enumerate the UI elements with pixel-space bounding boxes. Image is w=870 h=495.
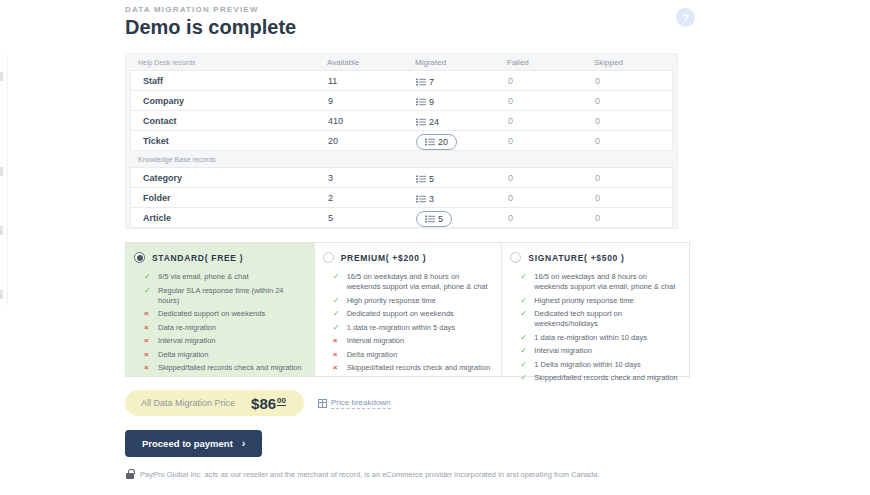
migrated-list-icon xyxy=(416,98,426,106)
plan-feature: ✓ 1 data re-migration within 5 days xyxy=(333,323,494,333)
check-icon: ✓ xyxy=(520,309,529,329)
available-count: 2 xyxy=(328,193,416,203)
migrated-count: 24 xyxy=(429,117,439,127)
feature-text: Highest priority response time xyxy=(534,296,633,306)
chevron-right-icon: › xyxy=(242,438,246,449)
data-migration-preview-page: DATA MIGRATION PREVIEW Demo is complete … xyxy=(0,0,870,495)
feature-text: Interval migration xyxy=(534,346,592,356)
section-label: Help Desk records xyxy=(138,59,327,66)
record-type-label: Contact xyxy=(143,116,328,126)
plan-features: ✓ 16/5 on weekdays and 8 hours on weeken… xyxy=(323,272,494,373)
check-icon: ✓ xyxy=(144,272,153,282)
migrated-records-link[interactable]: 5 xyxy=(416,174,434,184)
help-button[interactable]: ? xyxy=(676,8,695,27)
plan-header[interactable]: SIGNATURE( +$500 ) xyxy=(510,252,681,263)
skipped-count: 0 xyxy=(595,213,672,223)
migrated-records-link[interactable]: 9 xyxy=(416,97,434,107)
migrated-cell: 5 xyxy=(416,209,508,227)
feature-text: Data re-migration xyxy=(158,323,216,333)
plans-container: STANDARD( FREE ) ✓ 9/5 via email, phone … xyxy=(125,242,690,377)
table-section-header: Knowledge Base records xyxy=(130,151,673,168)
feature-text: 1 data re-migration within 5 days xyxy=(347,323,455,333)
migrated-cell: 24 xyxy=(416,112,508,130)
check-icon: ✓ xyxy=(333,323,342,333)
plan-feature: × Delta migration xyxy=(144,350,306,360)
price-label: All Data Migration Price xyxy=(141,398,235,408)
main-content: DATA MIGRATION PREVIEW Demo is complete … xyxy=(125,5,690,479)
migrated-list-icon xyxy=(425,215,435,223)
failed-count: 0 xyxy=(508,116,595,126)
plan-radio[interactable] xyxy=(323,252,334,263)
record-type-label: Article xyxy=(143,213,328,223)
plan-feature: × Interval migration xyxy=(144,336,306,346)
plan-feature: ✓ 16/5 on weekdays and 8 hours on weeken… xyxy=(520,272,681,292)
skipped-count: 0 xyxy=(595,116,672,126)
failed-count: 0 xyxy=(508,193,595,203)
left-edge-tick xyxy=(0,72,3,81)
skipped-count: 0 xyxy=(595,193,672,203)
plan-feature: × Delta migration xyxy=(333,350,494,360)
plan-radio[interactable] xyxy=(510,252,521,263)
failed-count: 0 xyxy=(508,213,595,223)
table-section-header: Help Desk records Available Migrated Fai… xyxy=(130,54,673,71)
record-type-label: Staff xyxy=(143,76,328,86)
table-row: Company 9 9 0 0 xyxy=(130,91,673,111)
table-row: Staff 11 7 0 0 xyxy=(130,71,673,91)
failed-count: 0 xyxy=(508,173,595,183)
left-edge-divider xyxy=(7,55,8,305)
skipped-count: 0 xyxy=(595,136,672,146)
plan-name: SIGNATURE( +$500 ) xyxy=(528,253,624,263)
price-amount: $8600 xyxy=(251,395,286,412)
migrated-records-link[interactable]: 3 xyxy=(416,194,434,204)
price-breakdown-link[interactable]: Price breakdown xyxy=(318,398,391,409)
plan-feature: ✓ 16/5 on weekdays and 8 hours on weeken… xyxy=(333,272,494,292)
plan-header[interactable]: PREMIUM( +$200 ) xyxy=(323,252,494,263)
proceed-to-payment-button[interactable]: Proceed to payment › xyxy=(125,430,262,457)
total-price-pill: All Data Migration Price $8600 xyxy=(125,390,304,416)
feature-text: 16/5 on weekdays and 8 hours on weekends… xyxy=(534,272,681,292)
page-title: Demo is complete xyxy=(125,16,690,39)
migrated-records-link[interactable]: 24 xyxy=(416,117,439,127)
cross-icon: × xyxy=(333,336,342,346)
price-breakdown-label: Price breakdown xyxy=(331,398,391,409)
plan-feature: ✓ Dedicated tech support on weekends/hol… xyxy=(520,309,681,329)
record-type-label: Ticket xyxy=(143,136,328,146)
available-count: 11 xyxy=(328,76,416,86)
feature-text: Delta migration xyxy=(158,350,208,360)
plan-card: STANDARD( FREE ) ✓ 9/5 via email, phone … xyxy=(126,243,314,376)
available-count: 20 xyxy=(328,136,416,146)
migrated-records-link[interactable]: 20 xyxy=(416,134,457,150)
feature-text: 1 Delta migration within 10 days xyxy=(534,360,640,370)
feature-text: Regular SLA response time (within 24 hou… xyxy=(158,286,306,306)
check-icon: ✓ xyxy=(520,346,529,356)
migrated-cell: 5 xyxy=(416,169,508,187)
column-header-migrated: Migrated xyxy=(415,58,507,67)
migrated-records-link[interactable]: 5 xyxy=(416,211,452,227)
migrated-records-link[interactable]: 7 xyxy=(416,77,434,87)
migrated-list-icon xyxy=(416,78,426,86)
plan-radio[interactable] xyxy=(134,252,145,263)
feature-text: Skipped/failed records check and migrati… xyxy=(534,373,677,383)
migrated-count: 5 xyxy=(429,174,434,184)
migrated-cell: 20 xyxy=(416,132,508,150)
table-row: Folder 2 3 0 0 xyxy=(130,188,673,208)
migrated-list-icon xyxy=(416,118,426,126)
reseller-note-text: PayPro Global Inc. acts as our reseller … xyxy=(140,470,599,479)
migrated-list-icon xyxy=(416,175,426,183)
check-icon: ✓ xyxy=(520,272,529,292)
plan-feature: ✓ High priority response time xyxy=(333,296,494,306)
feature-text: 9/5 via email, phone & chat xyxy=(158,272,248,282)
plan-feature: ✓ Dedicated support on weekends xyxy=(333,309,494,319)
eyebrow-label: DATA MIGRATION PREVIEW xyxy=(125,5,690,14)
plan-feature: ✓ 1 data re-migration within 10 days xyxy=(520,333,681,343)
plan-header[interactable]: STANDARD( FREE ) xyxy=(134,252,306,263)
feature-text: Delta migration xyxy=(347,350,397,360)
price-row: All Data Migration Price $8600 Price bre… xyxy=(125,390,690,416)
reseller-note: PayPro Global Inc. acts as our reseller … xyxy=(125,470,690,479)
feature-text: Skipped/failed records check and migrati… xyxy=(347,363,490,373)
feature-text: Interval migration xyxy=(158,336,216,346)
plan-feature: × Skipped/failed records check and migra… xyxy=(333,363,494,373)
plan-feature: ✓ 1 Delta migration within 10 days xyxy=(520,360,681,370)
skipped-count: 0 xyxy=(595,173,672,183)
cross-icon: × xyxy=(333,363,342,373)
